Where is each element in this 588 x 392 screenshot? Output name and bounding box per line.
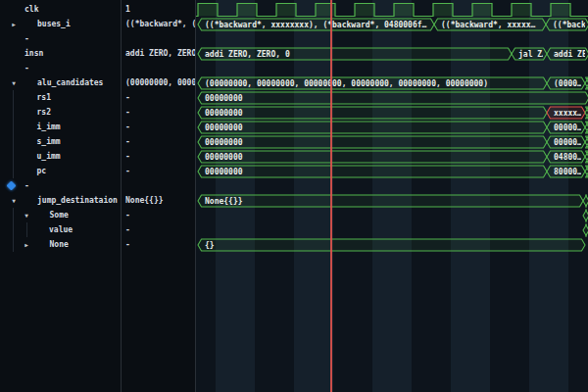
signal-value-row: 1 — [122, 2, 195, 17]
bus-segment — [198, 151, 547, 163]
bus-value-text: 00000000 — [205, 138, 243, 147]
bus-value-text: addi ZERO — [554, 49, 588, 59]
bus-value-text: (00000000, 00000000, 00000000, 00000000,… — [205, 79, 488, 88]
signal-name-row[interactable]: s_imm — [0, 134, 121, 149]
signal-label: Some — [50, 208, 69, 222]
bus-value-text: 80000… — [554, 168, 582, 176]
signal-label: i_imm — [37, 120, 61, 134]
signal-label: alu_candidates — [37, 75, 103, 90]
signal-cursor-value: - — [125, 90, 130, 105]
signal-value-row — [122, 31, 195, 46]
bus-value-text: xxxxx… — [554, 109, 582, 118]
signal-cursor-value: - — [125, 105, 130, 120]
signal-cursor-value: - — [125, 149, 130, 164]
signal-label: value — [49, 222, 73, 237]
signal-name-row[interactable]: ▼Some — [0, 208, 121, 222]
signal-cursor-value: - — [125, 120, 130, 134]
bus-segment — [198, 195, 583, 207]
bus-segment — [198, 107, 547, 119]
bus-value-text: {} — [205, 241, 215, 250]
signal-name-row[interactable]: ▼alu_candidates — [0, 75, 121, 90]
bus-segment — [198, 92, 588, 104]
signal-name-row[interactable]: ▶None — [0, 237, 121, 252]
indent-guide — [26, 222, 27, 237]
signal-cursor-value: ((*backward*, (( — [125, 17, 196, 31]
bus-segment — [583, 224, 588, 236]
chevron-right-icon[interactable]: ▶ — [22, 237, 31, 252]
signal-label: - — [24, 31, 29, 46]
signal-value-row: - — [122, 164, 195, 178]
signal-name-row[interactable]: rs2 — [0, 105, 121, 120]
bus-value-text: jal Z… — [518, 49, 547, 59]
chevron-right-icon[interactable]: ▶ — [9, 17, 19, 31]
signal-name-row[interactable]: pc — [0, 164, 121, 178]
clock-high-fill — [394, 4, 414, 17]
signal-value-row: (00000000, 0000 — [122, 75, 195, 90]
signal-value-row: ((*backward*, (( — [122, 17, 195, 31]
signal-name-row[interactable]: value — [0, 222, 121, 237]
bus-value-text: ((*backward*, xxxxxxxx), (*backward*, 04… — [205, 21, 427, 29]
signal-values-panel: 1((*backward*, ((addi ZERO, ZERO, 0(0000… — [122, 0, 196, 392]
bus-value-text: 00000… — [554, 138, 582, 147]
signal-name-row[interactable]: ▶buses_i — [0, 17, 121, 31]
bus-value-text: 00000000 — [205, 153, 243, 162]
clock-high-fill — [237, 4, 257, 17]
signal-label: u_imm — [37, 149, 61, 164]
bus-segment — [583, 210, 588, 221]
signal-name-row[interactable]: i_imm — [0, 120, 121, 134]
signal-name-row[interactable]: u_imm — [0, 149, 121, 164]
signal-label: s_imm — [37, 134, 61, 149]
clock-high-fill — [198, 4, 218, 17]
bus-segment — [198, 166, 547, 177]
signal-name-row[interactable]: clk — [0, 2, 121, 17]
clock-high-fill — [316, 4, 335, 17]
signal-name-row[interactable]: - — [0, 61, 121, 75]
bus-value-text: None{{}} — [205, 197, 243, 206]
clock-high-fill — [551, 4, 570, 17]
signal-value-row: addi ZERO, ZERO, 0 — [122, 46, 195, 61]
indent-guide — [13, 90, 14, 178]
clock-high-fill — [512, 4, 531, 17]
bus-value-text: 00000000 — [205, 168, 243, 176]
signal-cursor-value: 1 — [125, 2, 130, 17]
signal-name-row[interactable]: rs1 — [0, 90, 121, 105]
signal-names-panel[interactable]: clk▶buses_i-insn-▼alu_candidatesrs1rs2i_… — [0, 0, 122, 392]
marker-diamond-icon[interactable] — [7, 181, 17, 191]
signal-cursor-value: addi ZERO, ZERO, 0 — [125, 46, 196, 61]
signal-cursor-value: - — [125, 134, 130, 149]
bus-value-text: ((*backward*, x — [553, 21, 588, 29]
signal-label: jump_destinataion — [37, 193, 118, 208]
chevron-down-icon[interactable]: ▼ — [9, 75, 19, 90]
bus-value-text: 00000000 — [205, 109, 243, 118]
signal-value-row: - — [122, 208, 195, 222]
signal-name-row[interactable]: - — [0, 31, 121, 46]
signal-label: rs1 — [37, 90, 51, 105]
waveform-canvas[interactable]: ((*backward*, xxxxxxxx), (*backward*, 04… — [196, 0, 588, 392]
signal-name-row[interactable]: - — [0, 178, 121, 193]
signal-value-row: - — [122, 222, 195, 237]
bus-segment — [198, 122, 547, 133]
indent-guide — [13, 208, 14, 252]
signal-cursor-value: - — [125, 237, 130, 252]
waveform-area[interactable]: ((*backward*, xxxxxxxx), (*backward*, 04… — [196, 0, 588, 392]
signal-label: pc — [37, 164, 47, 178]
bus-value-text: addi ZERO, ZERO, 0 — [205, 49, 290, 59]
chevron-down-icon[interactable]: ▼ — [9, 193, 19, 208]
signal-cursor-value: - — [125, 208, 130, 222]
signal-value-row: - — [122, 134, 195, 149]
bus-value-text: 00000000 — [205, 123, 243, 132]
clock-high-fill — [276, 4, 296, 17]
signal-label: None — [50, 237, 69, 252]
signal-name-row[interactable]: ▼jump_destinataion — [0, 193, 121, 208]
signal-label: - — [24, 178, 29, 193]
signal-value-row: - — [122, 120, 195, 134]
chevron-down-icon[interactable]: ▼ — [22, 208, 31, 222]
bus-segment — [583, 195, 588, 207]
signal-cursor-value: - — [125, 222, 130, 237]
signal-label: insn — [24, 46, 43, 61]
signal-label: buses_i — [37, 17, 71, 31]
signal-value-row: - — [122, 149, 195, 164]
signal-name-row[interactable]: insn — [0, 46, 121, 61]
bus-value-text: ((*backward*, xxxxx… — [441, 21, 536, 29]
clock-high-fill — [355, 4, 374, 17]
